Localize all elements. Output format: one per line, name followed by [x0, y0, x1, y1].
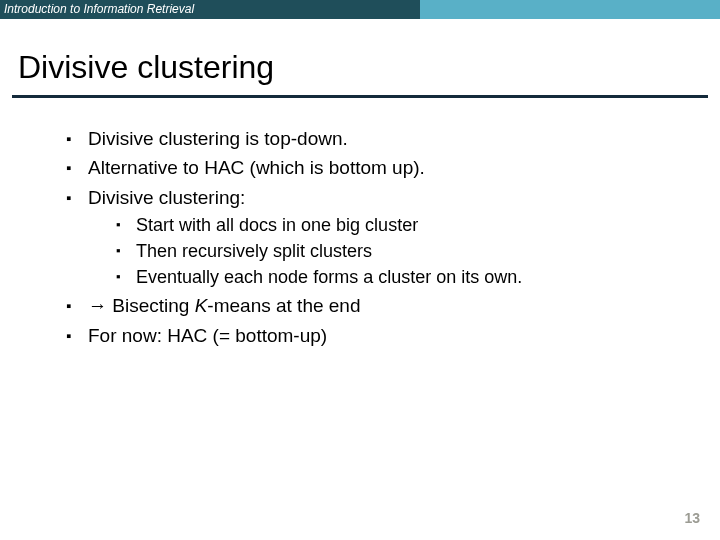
sub-bullet-item: Start with all docs in one big cluster [116, 213, 694, 237]
bullet-text: Divisive clustering: [88, 187, 245, 208]
bullet-text: Divisive clustering is top-down. [88, 128, 348, 149]
bullet-text: Bisecting [112, 295, 194, 316]
page-number: 13 [684, 510, 700, 526]
header-bar: Introduction to Information Retrieval [0, 0, 720, 19]
bullet-text: -means at the end [207, 295, 360, 316]
bullet-item: → Bisecting K-means at the end [66, 293, 694, 319]
bullet-text: Alternative to HAC (which is bottom up). [88, 157, 425, 178]
header-bar-dark: Introduction to Information Retrieval [0, 0, 420, 19]
bullet-item: Divisive clustering is top-down. [66, 126, 694, 152]
header-bar-accent [420, 0, 720, 19]
bullet-item: Divisive clustering: Start with all docs… [66, 185, 694, 290]
bullet-item: Alternative to HAC (which is bottom up). [66, 155, 694, 181]
bullet-list: Divisive clustering is top-down. Alterna… [66, 126, 694, 349]
bullet-item: For now: HAC (= bottom-up) [66, 323, 694, 349]
slide-title: Divisive clustering [18, 51, 704, 85]
slide-body: Divisive clustering is top-down. Alterna… [0, 98, 720, 349]
sub-bullet-list: Start with all docs in one big cluster T… [88, 213, 694, 290]
title-area: Divisive clustering [0, 19, 720, 91]
arrow-icon: → [88, 295, 112, 316]
course-title: Introduction to Information Retrieval [4, 0, 194, 19]
sub-bullet-item: Eventually each node forms a cluster on … [116, 265, 694, 289]
bullet-text: Eventually each node forms a cluster on … [136, 267, 522, 287]
bullet-text: Start with all docs in one big cluster [136, 215, 418, 235]
sub-bullet-item: Then recursively split clusters [116, 239, 694, 263]
bullet-text: Then recursively split clusters [136, 241, 372, 261]
bullet-text-italic: K [195, 295, 208, 316]
bullet-text: For now: HAC (= bottom-up) [88, 325, 327, 346]
